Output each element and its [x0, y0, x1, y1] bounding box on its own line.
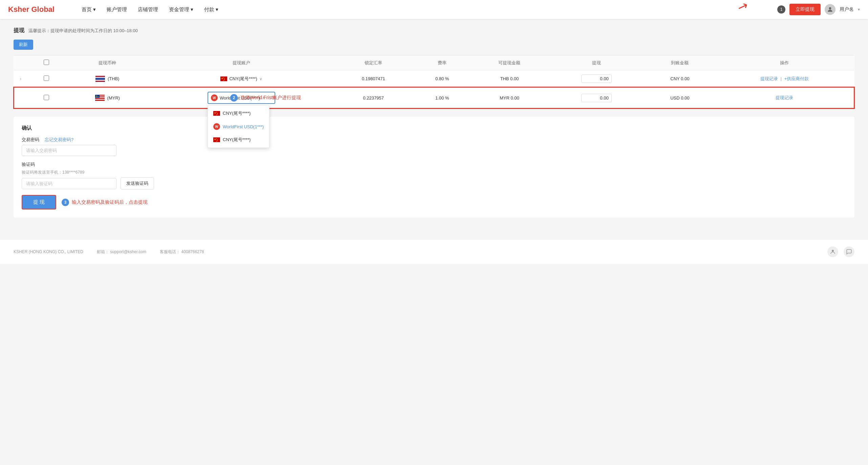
notice-text: 温馨提示：提现申请的处理时间为工作日的 10:00–18:00 — [28, 28, 138, 34]
cn-flag-icon: ★ ★ ★ ★ ★ — [213, 137, 220, 142]
chevron-down-icon: ▾ — [216, 6, 218, 13]
nav-store[interactable]: 店铺管理 — [138, 6, 158, 13]
row-checkbox[interactable] — [44, 75, 49, 81]
annotation-3: 3 输入交易密码及验证码后，点击提现 — [62, 199, 148, 206]
malaysia-flag-icon — [95, 95, 105, 101]
dropdown-arrow-icon: ∨ — [259, 76, 262, 81]
svg-rect-15 — [95, 99, 105, 100]
withdraw-action-button[interactable]: 提 现 — [22, 195, 56, 209]
expand-cell: › — [14, 70, 27, 88]
annotation-text-2: 选择World Frist账户进行提现 — [240, 95, 301, 101]
fee-rate-cell-myr: 1.00 % — [413, 87, 471, 108]
annotation-2: 2 选择World Frist账户进行提现 — [230, 94, 301, 102]
dropdown-option-cny1[interactable]: ★ ★ ★ ★ ★ CNY(尾号****) — [208, 107, 269, 120]
withdraw-amount-cell-myr — [548, 87, 645, 108]
row-checkbox[interactable] — [44, 95, 49, 100]
withdraw-amount-input[interactable] — [581, 74, 612, 83]
chevron-down-icon: ▾ — [191, 6, 193, 13]
col-action: 操作 — [715, 56, 854, 70]
table-header: 提现币种 提现账户 锁定汇率 费率 可提现金额 提现 到账金额 操作 — [14, 56, 854, 70]
withdraw-action-row: 提 现 3 输入交易密码及验证码后，点击提现 — [22, 195, 846, 209]
annotation-text-3: 输入交易密码及验证码后，点击提现 — [72, 199, 148, 205]
currency-cell: (THB) — [66, 70, 150, 88]
arrival-amount-cell: CNY 0.00 — [645, 70, 715, 88]
nav-payment[interactable]: 付款 ▾ — [204, 6, 218, 13]
svg-rect-14 — [95, 98, 105, 99]
col-check — [27, 56, 66, 70]
footer-icons — [827, 246, 854, 257]
svg-rect-16 — [95, 100, 105, 101]
expand-cell — [14, 87, 27, 108]
code-label: 验证码 — [22, 161, 846, 168]
code-row: 发送验证码 — [22, 177, 846, 190]
svg-text:★: ★ — [216, 140, 217, 142]
main-content: 提现 温馨提示：提现申请的处理时间为工作日的 10:00–18:00 刷新 提现… — [0, 19, 868, 226]
dropdown-option-wf[interactable]: W WorldFirst USD(1***) — [208, 120, 269, 133]
worldfirst-logo-icon: W — [213, 123, 220, 130]
header: Ksher Global 首页 ▾ 账户管理 店铺管理 资金管理 ▾ 付款 ▾ … — [0, 0, 868, 19]
logo: Ksher Global — [8, 5, 55, 14]
col-arrival: 到账金额 — [645, 56, 715, 70]
arrival-amount-cell-myr: USD 0.00 — [645, 87, 715, 108]
withdraw-amount-input-myr[interactable] — [581, 94, 612, 102]
col-currency: 提现币种 — [66, 56, 150, 70]
dropdown-option-cny2[interactable]: ★ ★ ★ ★ ★ CNY(尾号****) — [208, 133, 269, 146]
cn-flag-icon: ★ ★ ★ ★ ★ — [213, 111, 220, 116]
code-input[interactable] — [22, 178, 116, 189]
nav-account[interactable]: 账户管理 — [107, 6, 127, 13]
send-code-button[interactable]: 发送验证码 — [121, 177, 154, 190]
nav-funds[interactable]: 资金管理 ▾ — [169, 6, 193, 13]
select-all-checkbox[interactable] — [44, 60, 49, 65]
check-cell — [27, 87, 66, 108]
title-row: 提现 温馨提示：提现申请的处理时间为工作日的 10:00–18:00 — [14, 27, 854, 34]
withdraw-amount-cell — [548, 70, 645, 88]
check-cell — [27, 70, 66, 88]
withdraw-record-link-myr[interactable]: 提现记录 — [776, 95, 793, 100]
col-account: 提现账户 — [149, 56, 333, 70]
thailand-flag-icon — [95, 76, 105, 82]
available-cell-myr: MYR 0.00 — [471, 87, 548, 108]
footer-company: KSHER (HONG KONG) CO., LIMITED — [14, 249, 83, 254]
notification-badge[interactable]: 1 — [777, 5, 785, 14]
svg-point-0 — [829, 7, 831, 9]
chevron-down-icon: ▾ — [93, 6, 96, 13]
table-row-myr: (MYR) W WorldFirst USD(****) ∧ — [14, 87, 854, 108]
cn-flag-icon: ★ ★ ★ ★ ★ — [220, 76, 227, 81]
nav-home[interactable]: 首页 ▾ — [82, 6, 96, 13]
annotation-bubble-2: 2 — [230, 94, 238, 102]
forgot-password-link[interactable]: 忘记交易密码? — [45, 137, 73, 143]
fee-rate-cell: 0.80 % — [413, 70, 471, 88]
main-nav: 首页 ▾ 账户管理 店铺管理 资金管理 ▾ 付款 ▾ — [82, 6, 777, 13]
footer-user-icon — [827, 246, 838, 257]
expand-icon[interactable]: › — [20, 76, 21, 81]
col-withdraw: 提现 — [548, 56, 645, 70]
chevron-down-icon[interactable]: ▾ — [858, 7, 860, 12]
account-cell: ★ ★ ★ ★ ★ CNY(尾号****) ∨ — [149, 70, 333, 88]
code-form-item: 验证码 验证码将发送至手机：138****6789 发送验证码 — [22, 161, 846, 190]
withdraw-table: 提现币种 提现账户 锁定汇率 费率 可提现金额 提现 到账金额 操作 › — [14, 55, 854, 109]
supplier-payment-link[interactable]: +供应商付款 — [784, 76, 809, 81]
col-rate: 锁定汇率 — [333, 56, 413, 70]
col-fee: 费率 — [413, 56, 471, 70]
confirm-section: 确认 交易密码 忘记交易密码? 验证码 验证码将发送至手机：138****678… — [14, 117, 854, 218]
footer-email: 邮箱： support@ksher.com — [97, 249, 146, 255]
confirm-title: 确认 — [22, 125, 846, 131]
table-row: › (THB) — [14, 70, 854, 88]
svg-point-33 — [832, 250, 834, 252]
col-expand — [14, 56, 27, 70]
table: 提现币种 提现账户 锁定汇率 费率 可提现金额 提现 到账金额 操作 › — [14, 55, 854, 109]
svg-text:★: ★ — [223, 80, 224, 81]
exchange-rate-cell-myr: 0.2237957 — [333, 87, 413, 108]
withdraw-button[interactable]: 立即提现 — [789, 4, 821, 15]
refresh-button[interactable]: 刷新 — [14, 40, 33, 50]
col-available: 可提现金额 — [471, 56, 548, 70]
withdraw-record-link[interactable]: 提现记录 — [760, 76, 778, 81]
action-cell: 提现记录 | +供应商付款 — [715, 70, 854, 88]
exchange-rate-cell: 0.19807471 — [333, 70, 413, 88]
avatar[interactable] — [825, 4, 836, 15]
svg-rect-3 — [95, 78, 105, 80]
password-input[interactable] — [22, 145, 116, 156]
page-title: 提现 — [14, 27, 24, 34]
annotation-bubble-3: 3 — [62, 199, 69, 206]
user-name[interactable]: 用户名 — [840, 6, 854, 13]
